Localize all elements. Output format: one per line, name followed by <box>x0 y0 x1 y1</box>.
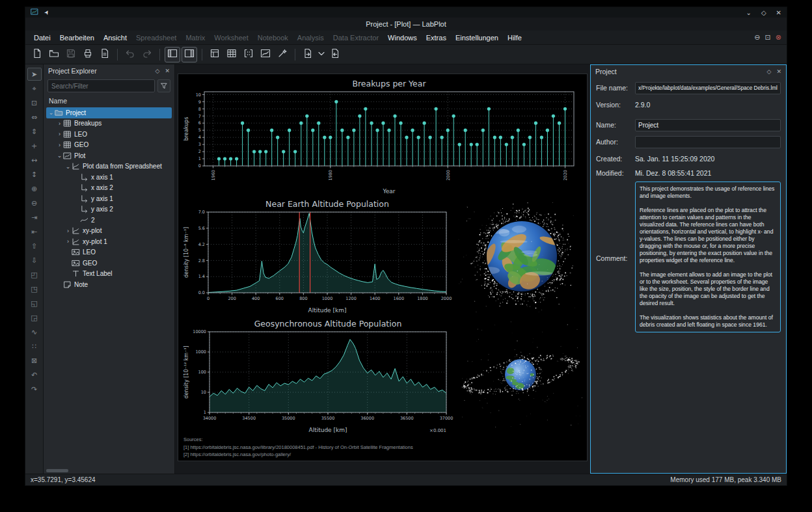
toggle-properties-explorer-button[interactable] <box>182 47 197 62</box>
tree-item-leo[interactable]: ›LEO <box>46 129 172 140</box>
tree-item-plot[interactable]: ⌄Plot <box>46 150 172 161</box>
auto-scale-x-tool[interactable]: ↔ <box>27 154 42 167</box>
tree-item-note[interactable]: Note <box>46 279 172 290</box>
zoom-in-y-tool[interactable]: ⇧ <box>27 239 42 252</box>
new-workbook-button[interactable] <box>207 47 223 62</box>
save-project-button[interactable] <box>63 47 79 62</box>
close-button[interactable]: ✕ <box>776 9 781 16</box>
tree-item-breakups[interactable]: ›Breakups <box>46 118 172 129</box>
new-spreadsheet-button[interactable] <box>224 47 239 62</box>
pin-icon[interactable]: ➤ <box>43 8 51 16</box>
comment-box[interactable]: This project demonstrates the usage of r… <box>635 182 781 332</box>
zoom-out-tool[interactable]: ⊖ <box>27 196 42 209</box>
back-tool[interactable]: ↶ <box>27 368 42 381</box>
tree-item-leo[interactable]: LEO <box>46 247 172 258</box>
chevron-right-icon[interactable]: › <box>56 142 63 148</box>
tree-item-xy-plot-1[interactable]: ›xy-plot 1 <box>46 236 172 247</box>
geo-debris-image[interactable] <box>458 321 583 433</box>
auto-scale-y-tool[interactable]: ↕ <box>27 168 42 181</box>
author-input[interactable] <box>635 136 781 148</box>
filter-button[interactable] <box>157 79 170 92</box>
explorer-horizontal-scrollbar[interactable] <box>44 468 174 474</box>
geosynchronous-altitude-chart[interactable]: 1101001000100003400034500350003550036000… <box>182 317 454 437</box>
menu-datei[interactable]: Datei <box>29 32 55 44</box>
shift-up-y-tool[interactable]: ◱ <box>27 297 42 310</box>
import-dropdown-button[interactable] <box>317 47 326 62</box>
float-panel-icon[interactable]: ◇ <box>156 68 160 74</box>
add-grid-tool[interactable]: ∷ <box>27 340 42 353</box>
zoom-out-y-tool[interactable]: ⇩ <box>27 254 42 267</box>
titlebar[interactable]: ➤ ⌄ ◇ ✕ <box>25 7 787 18</box>
zoom-select-tool[interactable]: ⊡ <box>27 96 42 109</box>
print-preview-button[interactable] <box>97 47 113 62</box>
mdi-minimize-icon[interactable]: ⊖ <box>754 33 760 42</box>
tree-item-y-axis-1[interactable]: y axis 1 <box>46 193 172 204</box>
chevron-right-icon[interactable]: › <box>64 228 72 234</box>
shift-left-x-tool[interactable]: ◰ <box>27 268 42 281</box>
tree-item-x-axis-2[interactable]: x axis 2 <box>46 183 172 194</box>
close-panel-icon[interactable]: ✕ <box>776 68 781 75</box>
chevron-right-icon[interactable]: › <box>64 238 72 245</box>
delete-element-tool[interactable]: ⊠ <box>27 354 42 367</box>
menu-extras[interactable]: Extras <box>422 32 451 44</box>
export-button[interactable] <box>327 47 343 62</box>
tree-item-text-label[interactable]: Text Label <box>46 269 172 280</box>
undo-button[interactable] <box>122 47 138 62</box>
name-input[interactable] <box>635 119 781 131</box>
near-earth-altitude-chart[interactable]: 0.01.42.84.25.67.00200400600800100012001… <box>182 198 454 317</box>
menu-windows[interactable]: Windows <box>383 32 422 44</box>
breakups-per-year-chart[interactable]: 0123456789101960198020002020Breakups per… <box>182 77 583 198</box>
redo-button[interactable] <box>139 47 155 62</box>
open-project-button[interactable] <box>46 47 62 62</box>
tree-item-project[interactable]: ⌄Project <box>46 107 172 118</box>
forward-tool[interactable]: ↷ <box>27 383 42 396</box>
zoom-in-x-tool[interactable]: ⇥ <box>27 211 42 224</box>
chevron-right-icon[interactable]: › <box>56 120 63 127</box>
search-input[interactable] <box>47 79 155 92</box>
chevron-down-icon[interactable]: ⌄ <box>56 152 63 159</box>
mdi-close-icon[interactable]: ⊗ <box>776 33 781 42</box>
menu-hilfe[interactable]: Hilfe <box>503 32 526 44</box>
tree-item-2[interactable]: 2 <box>46 215 172 226</box>
shade-button[interactable]: ⌄ <box>746 9 751 16</box>
print-button[interactable] <box>80 47 96 62</box>
file-name-input[interactable] <box>635 82 781 94</box>
shift-right-x-tool[interactable]: ◳ <box>27 282 42 295</box>
new-worksheet-button[interactable] <box>258 47 273 62</box>
menu-bearbeiten[interactable]: Bearbeiten <box>55 32 99 44</box>
tree-item-x-axis-1[interactable]: x axis 1 <box>46 172 172 183</box>
new-notebook-button[interactable] <box>275 47 290 62</box>
tree-item-plot-data-from-spreadsheet[interactable]: ⌄Plot data from Spreadsheet <box>46 161 172 172</box>
add-curve-tool[interactable]: ∿ <box>27 325 42 338</box>
chevron-right-icon[interactable]: › <box>56 131 63 137</box>
import-file-button[interactable] <box>300 47 316 62</box>
crosshair-tool[interactable]: ⌖ <box>27 82 42 95</box>
close-panel-icon[interactable]: ✕ <box>165 68 170 74</box>
maximize-button[interactable]: ◇ <box>761 9 766 16</box>
float-panel-icon[interactable]: ◇ <box>767 68 772 75</box>
tree-item-geo[interactable]: ›GEO <box>46 140 172 151</box>
chevron-down-icon[interactable]: ⌄ <box>47 109 55 116</box>
tree-item-y-axis-2[interactable]: y axis 2 <box>46 204 172 215</box>
menu-ansicht[interactable]: Ansicht <box>99 32 131 44</box>
zoom-in-tool[interactable]: ⊕ <box>27 182 42 195</box>
zoom-out-x-tool[interactable]: ⇤ <box>27 225 42 238</box>
chevron-down-icon[interactable]: ⌄ <box>64 163 72 170</box>
toolbar-separator <box>202 49 202 61</box>
toggle-project-explorer-button[interactable] <box>165 47 180 62</box>
mdi-restore-icon[interactable]: ⊡ <box>765 33 771 42</box>
sources-text-label[interactable]: Sources: [1] https://orbitaldebris.jsc.n… <box>183 436 413 459</box>
leo-debris-image[interactable] <box>458 200 583 315</box>
zoom-y-select-tool[interactable]: ⇕ <box>27 125 42 138</box>
new-project-button[interactable] <box>29 47 45 62</box>
zoom-x-select-tool[interactable]: ⇔ <box>27 111 42 124</box>
scrollbar-thumb[interactable] <box>46 469 68 472</box>
new-matrix-button[interactable] <box>241 47 256 62</box>
shift-down-y-tool[interactable]: ◲ <box>27 311 42 324</box>
worksheet-page[interactable]: 0123456789101960198020002020Breakups per… <box>178 74 588 461</box>
auto-scale-tool[interactable]: + <box>27 139 42 152</box>
tree-item-geo[interactable]: GEO <box>46 258 172 269</box>
menu-einstellungen[interactable]: Einstellungen <box>451 32 503 44</box>
select-tool[interactable]: ➤ <box>27 68 42 81</box>
tree-item-xy-plot[interactable]: ›xy-plot <box>46 226 172 237</box>
